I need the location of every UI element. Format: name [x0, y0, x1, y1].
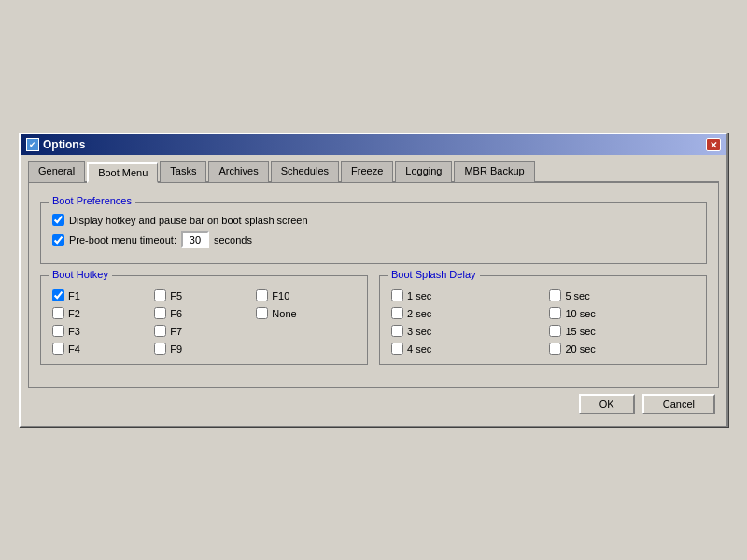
boot-preferences-group: Boot Preferences Display hotkey and paus…: [40, 202, 707, 264]
splash-10sec: 10 sec: [549, 307, 695, 319]
tab-general[interactable]: General: [28, 161, 85, 182]
hotkey-f4-checkbox[interactable]: [52, 343, 64, 355]
hotkey-f1-checkbox[interactable]: [52, 289, 64, 301]
splash-4sec: 4 sec: [391, 343, 530, 355]
hotkey-f2-checkbox[interactable]: [52, 307, 64, 319]
splash-20sec: 20 sec: [549, 343, 695, 355]
splash-15sec-label: 15 sec: [565, 326, 595, 337]
hotkey-row: Display hotkey and pause bar on boot spl…: [52, 214, 695, 226]
hotkey-f6: F6: [154, 307, 241, 319]
hotkey-f2: F2: [52, 307, 139, 319]
two-column-section: Boot Hotkey F1 F5: [40, 275, 707, 376]
close-button[interactable]: ✕: [706, 138, 721, 151]
hotkey-f3-checkbox[interactable]: [52, 325, 64, 337]
hotkey-f5-checkbox[interactable]: [154, 289, 166, 301]
tab-bar: General Boot Menu Tasks Archives Schedul…: [28, 161, 719, 183]
hotkey-f4-label: F4: [68, 343, 80, 355]
splash-10sec-checkbox[interactable]: [549, 307, 561, 319]
hotkey-f9-label: F9: [170, 343, 182, 355]
tab-mbr-backup[interactable]: MBR Backup: [454, 161, 534, 182]
timeout-checkbox[interactable]: [52, 234, 64, 246]
title-bar-left: ✔ Options: [26, 138, 85, 151]
hotkey-f1: F1: [52, 289, 139, 301]
splash-5sec-checkbox[interactable]: [549, 289, 561, 301]
tab-archives[interactable]: Archives: [208, 161, 268, 182]
splash-10sec-label: 10 sec: [565, 308, 595, 319]
boot-hotkey-column: Boot Hotkey F1 F5: [40, 275, 368, 376]
hotkey-grid: F1 F5 F10 F: [52, 282, 356, 355]
boot-hotkey-legend: Boot Hotkey: [49, 269, 112, 280]
timeout-input[interactable]: [181, 231, 209, 248]
hotkey-f7-checkbox[interactable]: [154, 325, 166, 337]
splash-1sec-checkbox[interactable]: [391, 289, 403, 301]
hotkey-none-label: None: [272, 308, 296, 319]
timeout-pre-label: Pre-boot menu timeout:: [69, 234, 176, 245]
splash-20sec-checkbox[interactable]: [549, 343, 561, 355]
hotkey-none-checkbox[interactable]: [256, 307, 268, 319]
hotkey-f5-label: F5: [170, 290, 182, 301]
boot-preferences-legend: Boot Preferences: [49, 195, 135, 206]
timeout-post-label: seconds: [214, 234, 252, 245]
tab-boot-menu[interactable]: Boot Menu: [87, 162, 158, 183]
bottom-bar: OK Cancel: [28, 388, 719, 418]
hotkey-f10: F10: [256, 289, 356, 301]
cancel-button[interactable]: Cancel: [642, 394, 715, 414]
tab-logging[interactable]: Logging: [395, 161, 452, 182]
hotkey-f10-checkbox[interactable]: [256, 289, 268, 301]
hotkey-checkbox[interactable]: [52, 214, 64, 226]
hotkey-f9-checkbox[interactable]: [154, 343, 166, 355]
splash-20sec-label: 20 sec: [565, 343, 595, 355]
hotkey-f7: F7: [154, 325, 241, 337]
hotkey-none: None: [256, 307, 356, 319]
options-window: ✔ Options ✕ General Boot Menu Tasks Arch…: [19, 133, 728, 427]
boot-splash-column: Boot Splash Delay 1 sec 5 sec: [379, 275, 707, 376]
hotkey-f3: F3: [52, 325, 139, 337]
boot-hotkey-group: Boot Hotkey F1 F5: [40, 275, 368, 365]
splash-15sec-checkbox[interactable]: [549, 325, 561, 337]
splash-3sec: 3 sec: [391, 325, 530, 337]
hotkey-f4: F4: [52, 343, 139, 355]
splash-2sec: 2 sec: [391, 307, 530, 319]
tab-tasks[interactable]: Tasks: [160, 161, 206, 182]
hotkey-f10-label: F10: [272, 290, 289, 301]
window-body: General Boot Menu Tasks Archives Schedul…: [21, 155, 726, 426]
window-title: Options: [43, 138, 85, 151]
splash-3sec-checkbox[interactable]: [391, 325, 403, 337]
splash-3sec-label: 3 sec: [407, 326, 431, 337]
hotkey-f1-label: F1: [68, 290, 80, 301]
hotkey-f6-checkbox[interactable]: [154, 307, 166, 319]
splash-5sec: 5 sec: [549, 289, 695, 301]
hotkey-empty: [256, 325, 356, 337]
tab-content: Boot Preferences Display hotkey and paus…: [28, 183, 719, 388]
tab-schedules[interactable]: Schedules: [271, 161, 339, 182]
ok-button[interactable]: OK: [579, 394, 635, 414]
window-icon: ✔: [26, 138, 39, 151]
timeout-row: Pre-boot menu timeout: seconds: [52, 231, 695, 248]
splash-1sec-label: 1 sec: [407, 290, 431, 301]
splash-4sec-checkbox[interactable]: [391, 343, 403, 355]
boot-splash-group: Boot Splash Delay 1 sec 5 sec: [379, 275, 707, 365]
splash-2sec-checkbox[interactable]: [391, 307, 403, 319]
hotkey-f9: F9: [154, 343, 241, 355]
splash-15sec: 15 sec: [549, 325, 695, 337]
hotkey-label: Display hotkey and pause bar on boot spl…: [69, 215, 308, 226]
hotkey-f3-label: F3: [68, 326, 80, 337]
boot-splash-legend: Boot Splash Delay: [388, 269, 480, 280]
splash-4sec-label: 4 sec: [407, 343, 431, 355]
hotkey-f2-label: F2: [68, 308, 80, 319]
splash-2sec-label: 2 sec: [407, 308, 431, 319]
title-bar: ✔ Options ✕: [21, 134, 726, 155]
splash-grid: 1 sec 5 sec 2 sec: [391, 282, 695, 355]
splash-5sec-label: 5 sec: [565, 290, 589, 301]
tab-freeze[interactable]: Freeze: [341, 161, 393, 182]
hotkey-f5: F5: [154, 289, 241, 301]
hotkey-f6-label: F6: [170, 308, 182, 319]
splash-1sec: 1 sec: [391, 289, 530, 301]
hotkey-f7-label: F7: [170, 326, 182, 337]
